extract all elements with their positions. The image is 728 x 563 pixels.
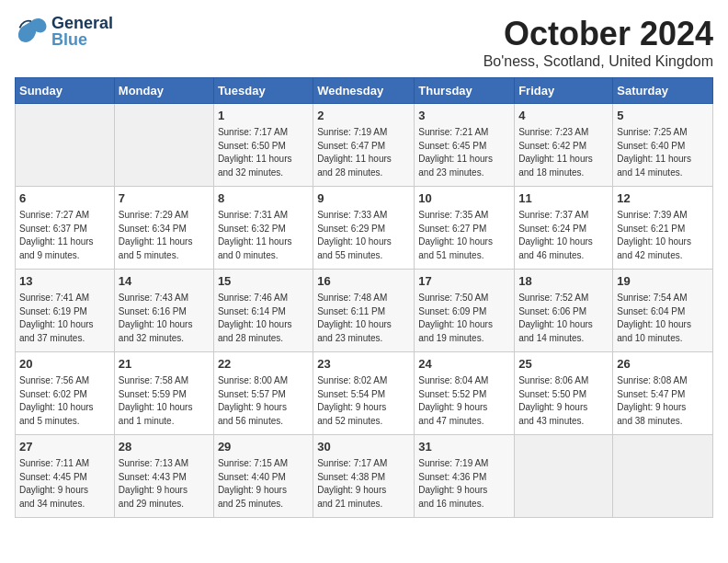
day-number: 29 <box>218 439 309 455</box>
day-info: Sunrise: 7:37 AM Sunset: 6:24 PM Dayligh… <box>518 209 609 262</box>
day-info: Sunrise: 7:56 AM Sunset: 6:02 PM Dayligh… <box>19 374 110 428</box>
day-number: 31 <box>418 439 510 455</box>
header-saturday: Saturday <box>613 78 713 104</box>
day-number: 28 <box>119 439 210 455</box>
calendar-cell: 24Sunrise: 8:04 AM Sunset: 5:52 PM Dayli… <box>415 352 515 435</box>
calendar-cell: 22Sunrise: 8:00 AM Sunset: 5:57 PM Dayli… <box>213 352 313 435</box>
header-tuesday: Tuesday <box>213 78 313 104</box>
day-info: Sunrise: 7:29 AM Sunset: 6:34 PM Dayligh… <box>119 209 210 262</box>
day-number: 27 <box>19 439 110 455</box>
day-number: 1 <box>218 108 309 124</box>
calendar-cell: 10Sunrise: 7:35 AM Sunset: 6:27 PM Dayli… <box>415 187 515 270</box>
day-number: 16 <box>317 273 410 290</box>
day-number: 22 <box>218 356 309 373</box>
calendar-title: October 2024 <box>483 15 713 53</box>
header-sunday: Sunday <box>16 78 115 104</box>
page-header: General Blue October 2024 Bo'ness, Scotl… <box>15 15 713 70</box>
calendar-cell: 14Sunrise: 7:43 AM Sunset: 6:16 PM Dayli… <box>114 270 213 352</box>
day-info: Sunrise: 7:11 AM Sunset: 4:45 PM Dayligh… <box>19 457 110 511</box>
day-info: Sunrise: 7:17 AM Sunset: 6:50 PM Dayligh… <box>218 126 309 179</box>
day-info: Sunrise: 8:02 AM Sunset: 5:54 PM Dayligh… <box>317 374 410 428</box>
day-number: 8 <box>218 190 309 207</box>
calendar-cell: 15Sunrise: 7:46 AM Sunset: 6:14 PM Dayli… <box>213 270 313 352</box>
day-info: Sunrise: 7:31 AM Sunset: 6:32 PM Dayligh… <box>218 209 309 262</box>
day-info: Sunrise: 7:25 AM Sunset: 6:40 PM Dayligh… <box>617 126 709 179</box>
day-number: 15 <box>218 273 309 290</box>
calendar-cell <box>515 435 613 518</box>
header-monday: Monday <box>114 78 213 104</box>
day-info: Sunrise: 7:50 AM Sunset: 6:09 PM Dayligh… <box>418 292 510 345</box>
calendar-week-4: 20Sunrise: 7:56 AM Sunset: 6:02 PM Dayli… <box>16 352 713 435</box>
header-wednesday: Wednesday <box>313 78 415 104</box>
day-info: Sunrise: 8:08 AM Sunset: 5:47 PM Dayligh… <box>617 374 709 428</box>
day-number: 6 <box>19 190 110 207</box>
calendar-subtitle: Bo'ness, Scotland, United Kingdom <box>483 53 713 70</box>
calendar-cell: 3Sunrise: 7:21 AM Sunset: 6:45 PM Daylig… <box>415 104 515 187</box>
calendar-cell: 23Sunrise: 8:02 AM Sunset: 5:54 PM Dayli… <box>313 352 415 435</box>
calendar-cell: 21Sunrise: 7:58 AM Sunset: 5:59 PM Dayli… <box>114 352 213 435</box>
calendar-cell: 6Sunrise: 7:27 AM Sunset: 6:37 PM Daylig… <box>16 187 115 270</box>
day-info: Sunrise: 7:41 AM Sunset: 6:19 PM Dayligh… <box>19 292 110 345</box>
calendar-week-5: 27Sunrise: 7:11 AM Sunset: 4:45 PM Dayli… <box>16 435 713 518</box>
day-info: Sunrise: 7:54 AM Sunset: 6:04 PM Dayligh… <box>617 292 709 345</box>
day-number: 17 <box>418 273 510 290</box>
header-row: Sunday Monday Tuesday Wednesday Thursday… <box>16 78 713 104</box>
day-number: 25 <box>518 356 609 373</box>
day-info: Sunrise: 7:27 AM Sunset: 6:37 PM Dayligh… <box>19 209 110 262</box>
day-info: Sunrise: 7:58 AM Sunset: 5:59 PM Dayligh… <box>119 374 210 428</box>
day-number: 30 <box>317 439 410 455</box>
day-info: Sunrise: 7:48 AM Sunset: 6:11 PM Dayligh… <box>317 292 410 345</box>
calendar-cell: 29Sunrise: 7:15 AM Sunset: 4:40 PM Dayli… <box>213 435 313 518</box>
calendar-cell <box>613 435 713 518</box>
day-number: 21 <box>119 356 210 373</box>
day-info: Sunrise: 7:15 AM Sunset: 4:40 PM Dayligh… <box>218 457 309 511</box>
day-info: Sunrise: 7:17 AM Sunset: 4:38 PM Dayligh… <box>317 457 410 511</box>
calendar-week-1: 1Sunrise: 7:17 AM Sunset: 6:50 PM Daylig… <box>16 104 713 187</box>
logo: General Blue <box>15 15 113 48</box>
calendar-cell <box>16 104 115 187</box>
day-number: 2 <box>317 108 410 124</box>
calendar-cell: 1Sunrise: 7:17 AM Sunset: 6:50 PM Daylig… <box>213 104 313 187</box>
day-number: 18 <box>518 273 609 290</box>
day-number: 5 <box>617 108 709 124</box>
logo-general-text: General <box>51 15 113 31</box>
calendar-cell: 5Sunrise: 7:25 AM Sunset: 6:40 PM Daylig… <box>613 104 713 187</box>
calendar-cell: 30Sunrise: 7:17 AM Sunset: 4:38 PM Dayli… <box>313 435 415 518</box>
calendar-cell: 7Sunrise: 7:29 AM Sunset: 6:34 PM Daylig… <box>114 187 213 270</box>
day-number: 11 <box>518 190 609 207</box>
day-info: Sunrise: 7:33 AM Sunset: 6:29 PM Dayligh… <box>317 209 410 262</box>
day-number: 7 <box>119 190 210 207</box>
day-number: 14 <box>119 273 210 290</box>
day-number: 13 <box>19 273 110 290</box>
day-info: Sunrise: 7:13 AM Sunset: 4:43 PM Dayligh… <box>119 457 210 511</box>
calendar-week-3: 13Sunrise: 7:41 AM Sunset: 6:19 PM Dayli… <box>16 270 713 352</box>
header-friday: Friday <box>515 78 613 104</box>
logo-name: General Blue <box>51 15 113 48</box>
calendar-table: Sunday Monday Tuesday Wednesday Thursday… <box>15 77 713 518</box>
calendar-cell: 8Sunrise: 7:31 AM Sunset: 6:32 PM Daylig… <box>213 187 313 270</box>
day-info: Sunrise: 7:52 AM Sunset: 6:06 PM Dayligh… <box>518 292 609 345</box>
day-info: Sunrise: 7:19 AM Sunset: 4:36 PM Dayligh… <box>418 457 510 511</box>
calendar-cell: 25Sunrise: 8:06 AM Sunset: 5:50 PM Dayli… <box>515 352 613 435</box>
day-number: 23 <box>317 356 410 373</box>
day-number: 3 <box>418 108 510 124</box>
day-number: 26 <box>617 356 709 373</box>
calendar-cell: 11Sunrise: 7:37 AM Sunset: 6:24 PM Dayli… <box>515 187 613 270</box>
day-info: Sunrise: 7:21 AM Sunset: 6:45 PM Dayligh… <box>418 126 510 179</box>
calendar-cell: 27Sunrise: 7:11 AM Sunset: 4:45 PM Dayli… <box>16 435 115 518</box>
day-number: 10 <box>418 190 510 207</box>
calendar-cell: 2Sunrise: 7:19 AM Sunset: 6:47 PM Daylig… <box>313 104 415 187</box>
calendar-cell: 4Sunrise: 7:23 AM Sunset: 6:42 PM Daylig… <box>515 104 613 187</box>
day-info: Sunrise: 7:46 AM Sunset: 6:14 PM Dayligh… <box>218 292 309 345</box>
calendar-cell: 18Sunrise: 7:52 AM Sunset: 6:06 PM Dayli… <box>515 270 613 352</box>
calendar-cell: 13Sunrise: 7:41 AM Sunset: 6:19 PM Dayli… <box>16 270 115 352</box>
title-area: October 2024 Bo'ness, Scotland, United K… <box>483 15 713 70</box>
logo-blue-text: Blue <box>51 31 113 48</box>
day-info: Sunrise: 7:23 AM Sunset: 6:42 PM Dayligh… <box>518 126 609 179</box>
logo-icon <box>15 15 48 48</box>
calendar-cell: 12Sunrise: 7:39 AM Sunset: 6:21 PM Dayli… <box>613 187 713 270</box>
day-number: 4 <box>518 108 609 124</box>
day-info: Sunrise: 8:06 AM Sunset: 5:50 PM Dayligh… <box>518 374 609 428</box>
day-info: Sunrise: 8:00 AM Sunset: 5:57 PM Dayligh… <box>218 374 309 428</box>
day-number: 24 <box>418 356 510 373</box>
